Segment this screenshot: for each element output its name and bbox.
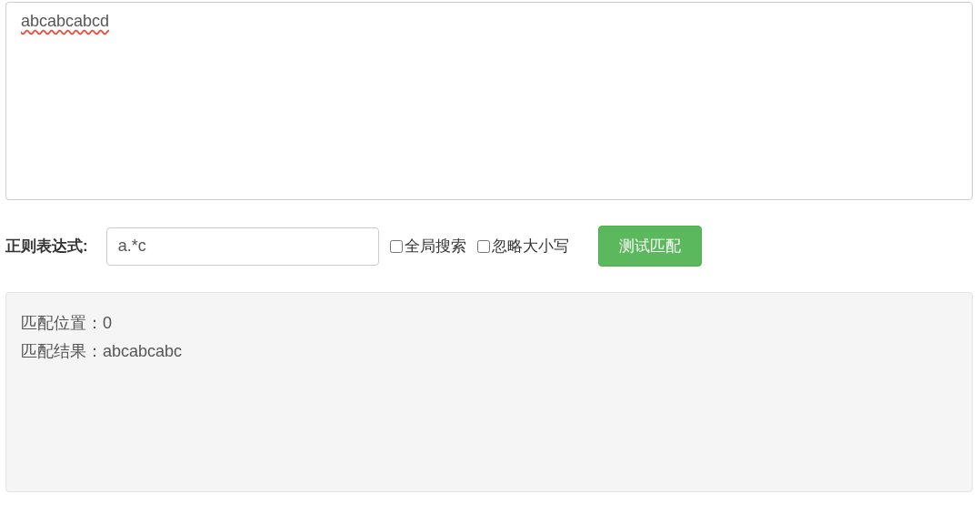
match-position-value: 0 xyxy=(103,314,112,332)
global-search-checkbox[interactable] xyxy=(390,240,403,253)
match-result-value: abcabcabc xyxy=(103,342,182,360)
ignore-case-checkbox-group[interactable]: 忽略大小写 xyxy=(477,236,569,257)
regex-label: 正则表达式: xyxy=(5,236,88,257)
regex-input[interactable] xyxy=(106,227,379,266)
match-result-line: 匹配结果：abcabcabc xyxy=(21,338,957,366)
test-string-textarea[interactable]: abcabcabcd xyxy=(5,2,973,200)
controls-row: 正则表达式: 全局搜索 忽略大小写 测试匹配 xyxy=(5,226,980,267)
match-position-line: 匹配位置：0 xyxy=(21,309,957,338)
test-match-button[interactable]: 测试匹配 xyxy=(598,226,702,267)
match-result-label: 匹配结果： xyxy=(21,342,103,360)
test-string-text: abcabcabcd xyxy=(21,12,109,30)
match-position-label: 匹配位置： xyxy=(21,314,103,332)
global-search-label: 全局搜索 xyxy=(405,236,466,257)
ignore-case-checkbox[interactable] xyxy=(477,240,490,253)
result-panel: 匹配位置：0 匹配结果：abcabcabc xyxy=(5,292,973,492)
global-search-checkbox-group[interactable]: 全局搜索 xyxy=(390,236,466,257)
ignore-case-label: 忽略大小写 xyxy=(492,236,569,257)
